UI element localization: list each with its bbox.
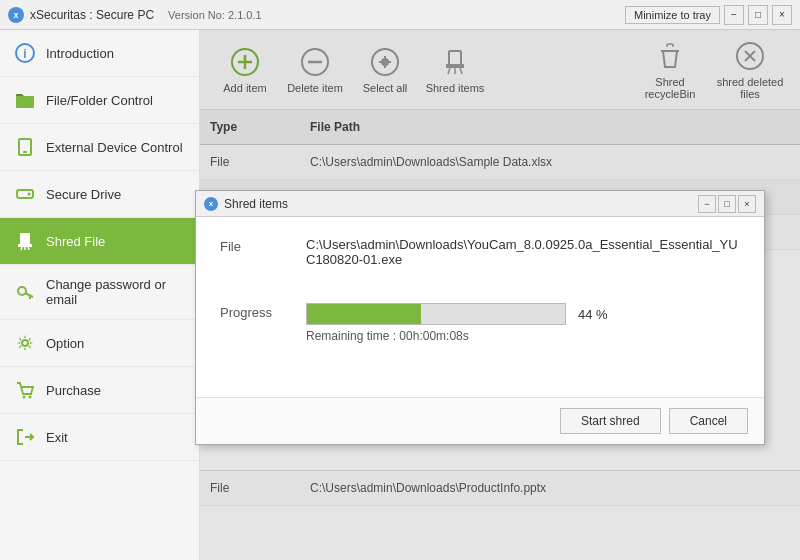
sidebar: i Introduction File/Folder Control Exter… — [0, 30, 200, 560]
modal-title-buttons: − □ × — [698, 195, 756, 213]
svg-line-9 — [21, 247, 22, 250]
modal-progress-section: 44 % Remaining time : 00h:00m:08s — [306, 303, 608, 343]
cart-icon — [14, 379, 36, 401]
app-logo: x — [8, 7, 24, 23]
modal-progress-label: Progress — [220, 303, 290, 320]
modal-footer: Start shred Cancel — [196, 397, 764, 444]
restore-button[interactable]: □ — [748, 5, 768, 25]
sidebar-item-file-folder-control[interactable]: File/Folder Control — [0, 77, 199, 124]
folder-icon — [14, 89, 36, 111]
svg-point-6 — [28, 193, 31, 196]
info-icon: i — [14, 42, 36, 64]
sidebar-label-option: Option — [46, 336, 84, 351]
shred-items-modal: x Shred items − □ × File C:\Users\admin\… — [195, 190, 765, 445]
modal-minimize-button[interactable]: − — [698, 195, 716, 213]
sidebar-item-shred-file[interactable]: Shred File — [0, 218, 199, 265]
sidebar-label-exit: Exit — [46, 430, 68, 445]
sidebar-item-secure-drive[interactable]: Secure Drive — [0, 171, 199, 218]
device-icon — [14, 136, 36, 158]
main-container: i Introduction File/Folder Control Exter… — [0, 30, 800, 560]
svg-rect-8 — [18, 244, 32, 247]
remaining-time-text: Remaining time : 00h:00m:08s — [306, 329, 608, 343]
modal-title: Shred items — [224, 197, 288, 211]
modal-title-left: x Shred items — [204, 197, 288, 211]
start-shred-button[interactable]: Start shred — [560, 408, 661, 434]
sidebar-item-option[interactable]: Option — [0, 320, 199, 367]
sidebar-item-purchase[interactable]: Purchase — [0, 367, 199, 414]
app-version: Version No: 2.1.0.1 — [168, 9, 262, 21]
app-title: xSecuritas : Secure PC — [30, 8, 154, 22]
modal-close-button[interactable]: × — [738, 195, 756, 213]
modal-overlay: x Shred items − □ × File C:\Users\admin\… — [200, 30, 800, 560]
modal-title-bar: x Shred items − □ × — [196, 191, 764, 217]
sidebar-label-external-device: External Device Control — [46, 140, 183, 155]
modal-logo: x — [204, 197, 218, 211]
modal-restore-button[interactable]: □ — [718, 195, 736, 213]
svg-text:i: i — [23, 47, 26, 61]
sidebar-item-change-password[interactable]: Change password or email — [0, 265, 199, 320]
svg-point-17 — [29, 396, 32, 399]
drive-icon — [14, 183, 36, 205]
svg-rect-4 — [23, 151, 27, 153]
gear-icon — [14, 332, 36, 354]
progress-percent-text: 44 % — [578, 307, 608, 322]
key-icon — [14, 281, 36, 303]
cancel-button[interactable]: Cancel — [669, 408, 748, 434]
svg-point-15 — [22, 340, 28, 346]
sidebar-label-secure-drive: Secure Drive — [46, 187, 121, 202]
sidebar-label-shred-file: Shred File — [46, 234, 105, 249]
modal-progress-row: Progress 44 % Remaining time : 00h:00m:0… — [220, 303, 740, 343]
progress-bar-fill — [307, 304, 421, 324]
minimize-to-tray-button[interactable]: Minimize to tray — [625, 6, 720, 24]
close-button[interactable]: × — [772, 5, 792, 25]
exit-icon — [14, 426, 36, 448]
title-bar-left: x xSecuritas : Secure PC Version No: 2.1… — [8, 7, 262, 23]
modal-file-row: File C:\Users\admin\Downloads\YouCam_8.0… — [220, 237, 740, 267]
sidebar-label-change-password: Change password or email — [46, 277, 185, 307]
content-area: Add item Delete item Select all Shred it… — [200, 30, 800, 560]
svg-rect-5 — [17, 190, 33, 198]
svg-rect-7 — [20, 233, 30, 245]
sidebar-item-external-device-control[interactable]: External Device Control — [0, 124, 199, 171]
sidebar-label-purchase: Purchase — [46, 383, 101, 398]
sidebar-label-file-folder-control: File/Folder Control — [46, 93, 153, 108]
sidebar-item-exit[interactable]: Exit — [0, 414, 199, 461]
sidebar-label-introduction: Introduction — [46, 46, 114, 61]
svg-line-11 — [28, 247, 29, 250]
title-bar: x xSecuritas : Secure PC Version No: 2.1… — [0, 0, 800, 30]
title-bar-controls: Minimize to tray − □ × — [625, 5, 792, 25]
modal-file-path: C:\Users\admin\Downloads\YouCam_8.0.0925… — [306, 237, 740, 267]
modal-file-label: File — [220, 237, 290, 254]
progress-bar-container — [306, 303, 566, 325]
minimize-button[interactable]: − — [724, 5, 744, 25]
svg-point-16 — [23, 396, 26, 399]
modal-body: File C:\Users\admin\Downloads\YouCam_8.0… — [196, 217, 764, 397]
svg-rect-2 — [16, 96, 34, 108]
shred-icon — [14, 230, 36, 252]
sidebar-item-introduction[interactable]: i Introduction — [0, 30, 199, 77]
